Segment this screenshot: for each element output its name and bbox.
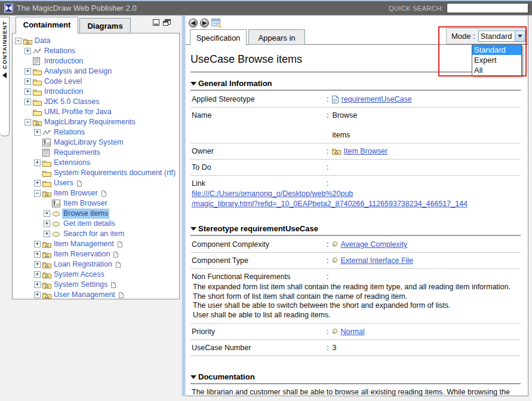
mode-select[interactable]: Standard	[478, 30, 525, 42]
tree-item-label[interactable]: Relations	[43, 46, 76, 56]
mode-option[interactable]: All	[472, 65, 521, 75]
panel-splitter[interactable]	[182, 16, 186, 396]
section-header[interactable]: Stereotype requirementUseCase	[190, 222, 521, 235]
tree-item-label[interactable]: Item Browser	[62, 198, 109, 209]
tree-item-label[interactable]: Item Management	[53, 239, 115, 249]
expand-node-icon[interactable]: +	[34, 251, 41, 258]
tree-item-label[interactable]: Search for an item	[62, 229, 125, 239]
expand-node-icon[interactable]: +	[34, 160, 41, 166]
expand-node-icon[interactable]: +	[34, 271, 41, 278]
tree-item[interactable]: +Code Level	[15, 76, 178, 87]
tab-containment[interactable]: Containment	[16, 17, 78, 33]
back-icon[interactable]: ◀	[189, 19, 198, 27]
tree-item[interactable]: MagicLibrary System	[15, 137, 178, 148]
expand-node-icon[interactable]: +	[44, 210, 50, 217]
mode-option[interactable]: Expert	[472, 55, 521, 65]
component-complexity-link[interactable]: Average Complexity	[340, 240, 407, 249]
section-header[interactable]: Documentation	[190, 371, 521, 383]
tree-item-label[interactable]: Item Reservation	[53, 249, 111, 259]
mode-dropdown-button[interactable]	[515, 31, 525, 41]
tree-item-label[interactable]: MagicLibrary Requirements	[43, 117, 137, 127]
expand-node-icon[interactable]: +	[44, 231, 50, 237]
tree-item-label[interactable]: System Access	[53, 270, 106, 280]
quick-search-input[interactable]	[447, 3, 528, 13]
tree-item-label[interactable]: Extensions	[53, 158, 91, 168]
tree-item-label[interactable]: Item Browser	[53, 188, 99, 198]
tree-item[interactable]: +JDK 5.0 Classes	[15, 97, 178, 107]
tree-item-label[interactable]: Code Level	[43, 76, 83, 87]
tree-item[interactable]: Requirements	[15, 148, 178, 158]
priority-link[interactable]: Normal	[340, 327, 364, 336]
collapse-node-icon[interactable]: −	[34, 190, 41, 197]
tree-item-label[interactable]: Requirements	[53, 148, 102, 158]
tree-item-label[interactable]: System Settings	[53, 280, 109, 290]
tree-item[interactable]: +System Access	[15, 270, 178, 280]
collapse-node-icon[interactable]: −	[15, 38, 21, 44]
component-type-link[interactable]: External Interface File	[340, 256, 413, 265]
expand-node-icon[interactable]: +	[24, 88, 31, 95]
tree-item-label[interactable]: Relations	[53, 127, 86, 137]
tree-item[interactable]: System Requirements document (rtf)	[15, 168, 178, 178]
tree-item[interactable]: +Extensions	[15, 158, 178, 168]
tree-item-label[interactable]: Get item details	[62, 219, 116, 229]
applied-stereotype-link[interactable]: requirementUseCase	[341, 95, 411, 103]
containment-collapse-tab[interactable]: CONTAINMENT	[0, 17, 10, 136]
collapse-node-icon[interactable]: −	[24, 119, 31, 125]
expand-node-icon[interactable]: +	[34, 281, 41, 288]
find-in-tree-icon[interactable]	[211, 19, 222, 27]
tree-item-label[interactable]: UML Profile for Java	[43, 107, 113, 117]
tree-item[interactable]: +Item Reservation	[15, 249, 178, 259]
expand-node-icon[interactable]: +	[34, 180, 41, 186]
tree-item[interactable]: −MagicLibrary Requirements	[15, 117, 178, 127]
mode-option[interactable]: Standard	[472, 45, 521, 55]
expand-node-icon[interactable]: +	[24, 68, 31, 75]
tree-item[interactable]: UML Profile for Java	[15, 107, 178, 117]
tree-item[interactable]: +Analysis and Design	[15, 66, 178, 76]
tree-item[interactable]: +Relations	[15, 46, 178, 56]
restore-icon[interactable]	[163, 19, 171, 26]
spec-link-line1[interactable]: file:///C:/Users/ornanong_o/Desktop/web%…	[192, 189, 353, 199]
tab-diagrams[interactable]: Diagrams	[79, 18, 131, 33]
tree-item[interactable]: +User Management	[15, 290, 178, 299]
forward-icon[interactable]: ▶	[200, 19, 209, 27]
tree-item[interactable]: −Data	[15, 36, 178, 46]
tree-item[interactable]: +Relations	[15, 127, 178, 137]
tree-item-label[interactable]: Users	[53, 178, 75, 188]
tree-item-label[interactable]: JDK 5.0 Classes	[43, 97, 100, 107]
tree-item-label[interactable]: Introduction	[43, 56, 84, 66]
tree-item[interactable]: Item Browser	[15, 198, 178, 209]
tree-item-label[interactable]: User Management	[53, 290, 116, 299]
document-icon	[33, 57, 43, 65]
expand-node-icon[interactable]: +	[24, 48, 31, 54]
section-header[interactable]: General Information	[190, 77, 521, 90]
tree-item-label[interactable]: Loan Registration	[53, 259, 113, 270]
owner-link[interactable]: Item Browser	[343, 147, 388, 155]
tree-item-label[interactable]: MagicLibrary System	[53, 137, 125, 148]
tree-item[interactable]: +Introduction	[15, 87, 178, 97]
expand-node-icon[interactable]: +	[34, 129, 41, 136]
spec-link-line2[interactable]: /magic_library.html?refid=_10_0EAPbeta2_…	[192, 199, 468, 209]
tree-item[interactable]: +Loan Registration	[15, 259, 178, 270]
expand-node-icon[interactable]: +	[34, 292, 41, 298]
expand-node-icon[interactable]: +	[44, 221, 50, 227]
expand-node-icon[interactable]: +	[34, 261, 41, 268]
tree-item[interactable]: +Get item details	[15, 219, 178, 229]
tree-item[interactable]: +Item Management	[15, 239, 178, 249]
tree-item[interactable]: −Item Browser	[15, 188, 178, 198]
tree-item[interactable]: Introduction	[15, 56, 178, 66]
tree-item-label[interactable]: System Requirements document (rtf)	[53, 168, 177, 178]
tree-item-label[interactable]: Introduction	[43, 87, 84, 97]
tree-item[interactable]: +Search for an item	[15, 229, 178, 239]
expand-node-icon[interactable]: +	[34, 241, 41, 247]
tree-item-label[interactable]: Data	[33, 36, 51, 46]
tab-specification[interactable]: Specification	[190, 29, 247, 45]
expand-node-icon[interactable]: +	[24, 99, 31, 105]
tree-item[interactable]: +Users	[15, 178, 178, 188]
tree-item-label[interactable]: Browse items	[62, 209, 109, 219]
tree-item[interactable]: +Browse items	[15, 209, 178, 219]
minimize-icon[interactable]	[153, 19, 159, 26]
tree-item-label[interactable]: Analysis and Design	[43, 66, 113, 76]
tree-item[interactable]: +System Settings	[15, 280, 178, 290]
expand-node-icon[interactable]: +	[24, 78, 31, 85]
tab-appears-in[interactable]: Appears in	[248, 29, 305, 45]
